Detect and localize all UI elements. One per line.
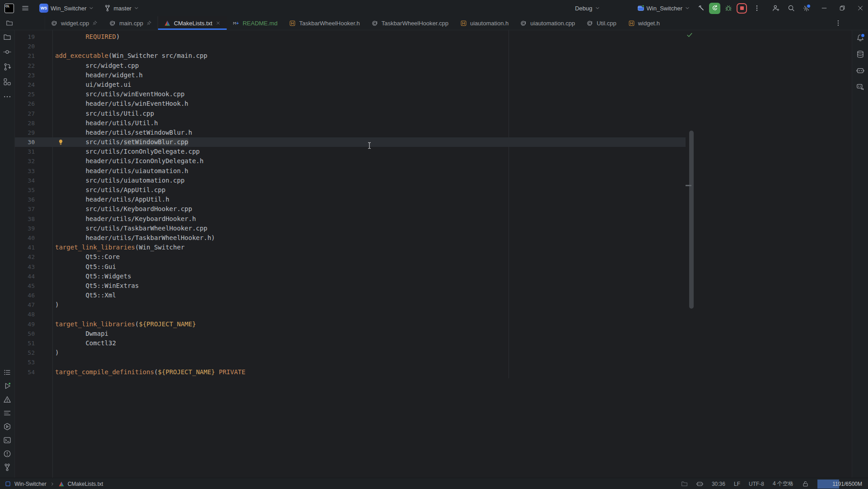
caret-position-widget[interactable]: 30:36: [712, 481, 725, 487]
tab-Util.cpp[interactable]: Util.cpp: [581, 16, 622, 30]
line-number[interactable]: 25: [15, 89, 52, 99]
code-line-37[interactable]: 37 src/utils/KeyboardHooker.cpp: [15, 204, 852, 214]
line-number[interactable]: 29: [15, 128, 52, 137]
inspections-tool-button[interactable]: [3, 450, 11, 458]
line-number[interactable]: 26: [15, 99, 52, 108]
code-line-27[interactable]: 27 src/utils/Util.cpp: [15, 109, 852, 118]
line-number[interactable]: 23: [15, 71, 52, 80]
services-tool-button[interactable]: [3, 423, 11, 431]
code-line-25[interactable]: 25 src/utils/winEventHook.cpp: [15, 89, 852, 99]
code-line-26[interactable]: 26 header/utils/winEventHook.h: [15, 99, 852, 108]
inspections-ok-icon[interactable]: [686, 31, 693, 38]
code-line-47[interactable]: 47): [15, 300, 852, 310]
code-line-41[interactable]: 41target_link_libraries(Win_Switcher: [15, 243, 852, 252]
line-number[interactable]: 43: [15, 262, 52, 272]
cmake-tool-button[interactable]: [3, 409, 11, 417]
todo-tool-button[interactable]: [3, 368, 11, 376]
terminal-tool-button[interactable]: [3, 436, 11, 444]
indent-widget[interactable]: 4 个空格: [773, 480, 793, 488]
line-number[interactable]: 31: [15, 147, 52, 156]
version-control-tool-button[interactable]: [3, 463, 11, 471]
search-everywhere-button[interactable]: [788, 5, 795, 12]
line-number[interactable]: 41: [15, 243, 52, 252]
tab-README.md[interactable]: README.md: [227, 16, 283, 30]
line-number[interactable]: 20: [15, 42, 52, 51]
line-number[interactable]: 45: [15, 281, 52, 291]
line-number[interactable]: 19: [15, 32, 52, 42]
project-tool-button[interactable]: [3, 33, 11, 41]
tab-uiautomation.h[interactable]: uiautomation.h: [454, 16, 514, 30]
line-number[interactable]: 21: [15, 51, 52, 61]
code-line-54[interactable]: 54target_compile_definitions(${PROJECT_N…: [15, 367, 852, 377]
line-number[interactable]: 30: [15, 137, 52, 147]
ai-chat-tool-button[interactable]: [856, 83, 864, 91]
debug-button[interactable]: [725, 5, 732, 12]
ai-assistant-tool-button[interactable]: [856, 66, 864, 75]
code-line-30[interactable]: 30 src/utils/setWindowBlur.cpp: [15, 137, 852, 147]
pull-requests-tool-button[interactable]: [3, 63, 11, 71]
code-line-19[interactable]: 19 REQUIRED): [15, 32, 852, 42]
database-tool-button[interactable]: [856, 50, 864, 58]
code-line-22[interactable]: 22 src/widget.cpp: [15, 61, 852, 71]
code-line-24[interactable]: 24 ui/widget.ui: [15, 80, 852, 89]
code-line-39[interactable]: 39 src/utils/TaskbarWheelHooker.cpp: [15, 224, 852, 233]
code-line-45[interactable]: 45 Qt5::WinExtras: [15, 281, 852, 291]
ai-status-icon[interactable]: [696, 480, 703, 487]
stop-button[interactable]: [737, 3, 747, 14]
code-line-33[interactable]: 33 header/utils/uiautomation.h: [15, 166, 852, 176]
line-number[interactable]: 46: [15, 291, 52, 300]
breadcrumb-file[interactable]: CMakeLists.txt: [68, 481, 103, 487]
code-line-21[interactable]: 21add_executable(Win_Switcher src/main.c…: [15, 51, 852, 61]
line-number[interactable]: 40: [15, 233, 52, 243]
tab-options-button[interactable]: [835, 19, 842, 27]
pin-icon[interactable]: [92, 20, 98, 26]
line-number[interactable]: 28: [15, 118, 52, 128]
line-number[interactable]: 33: [15, 166, 52, 176]
code-line-20[interactable]: 20: [15, 42, 852, 51]
line-number[interactable]: 24: [15, 80, 52, 89]
code-line-42[interactable]: 42 Qt5::Core: [15, 252, 852, 262]
line-number[interactable]: 22: [15, 61, 52, 71]
tab-widget.h[interactable]: widget.h: [622, 16, 666, 30]
line-number[interactable]: 39: [15, 224, 52, 233]
run-button[interactable]: [709, 3, 720, 14]
encoding-widget[interactable]: UTF-8: [749, 481, 764, 487]
line-number[interactable]: 37: [15, 204, 52, 214]
problems-tool-button[interactable]: [3, 395, 11, 404]
code-line-38[interactable]: 38 header/utils/KeyboardHooker.h: [15, 214, 852, 224]
project-widget[interactable]: WS Win_Switcher: [37, 2, 97, 14]
minimize-button[interactable]: [821, 5, 827, 11]
line-number[interactable]: 52: [15, 348, 52, 357]
tab-CMakeLists.txt[interactable]: CMakeLists.txt: [158, 16, 227, 30]
line-number[interactable]: 27: [15, 109, 52, 118]
tab-TaskbarWheelHooker.h[interactable]: TaskbarWheelHooker.h: [283, 16, 365, 30]
code-with-me-button[interactable]: [772, 5, 779, 12]
run-config-selector[interactable]: Win_Switcher: [635, 3, 693, 14]
line-number[interactable]: 34: [15, 176, 52, 185]
tab-uiautomation.cpp[interactable]: uiautomation.cpp: [514, 16, 581, 30]
notifications-tool-button[interactable]: [856, 34, 864, 42]
commit-tool-button[interactable]: [3, 48, 11, 56]
code-line-49[interactable]: 49target_link_libraries(${PROJECT_NAME}: [15, 320, 852, 329]
code-line-34[interactable]: 34 src/utils/uiautomation.cpp: [15, 176, 852, 185]
line-number[interactable]: 47: [15, 300, 52, 310]
memory-indicator[interactable]: 1191/6500M: [817, 480, 864, 489]
line-number[interactable]: 44: [15, 272, 52, 281]
line-number[interactable]: 48: [15, 310, 52, 319]
tab-TaskbarWheelHooker.cpp[interactable]: TaskbarWheelHooker.cpp: [366, 16, 454, 30]
editor-pane[interactable]: 19 REQUIRED)2021add_executable(Win_Switc…: [15, 30, 852, 478]
code-line-32[interactable]: 32 header/utils/IconOnlyDelegate.h: [15, 156, 852, 166]
close-button[interactable]: [857, 5, 863, 11]
line-number[interactable]: 54: [15, 367, 52, 377]
line-number[interactable]: 32: [15, 156, 52, 166]
project-view-toggle[interactable]: [0, 16, 45, 30]
code-line-52[interactable]: 52): [15, 348, 852, 357]
line-number[interactable]: 53: [15, 357, 52, 367]
code-line-53[interactable]: 53: [15, 357, 852, 367]
line-number[interactable]: 51: [15, 339, 52, 348]
editor-scrollbar-thumb[interactable]: [689, 131, 694, 309]
line-number[interactable]: 49: [15, 320, 52, 329]
build-button[interactable]: [697, 5, 705, 12]
line-number[interactable]: 50: [15, 329, 52, 339]
code-line-51[interactable]: 51 Comctl32: [15, 339, 852, 348]
